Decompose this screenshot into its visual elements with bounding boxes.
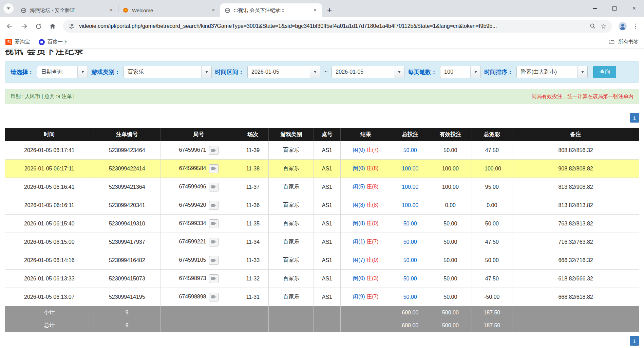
total-bet-link[interactable]: 50.00 bbox=[403, 276, 417, 281]
video-replay-button[interactable] bbox=[209, 256, 219, 265]
cell-total-bet: 50.00 bbox=[391, 288, 429, 306]
page-size-label: 每页笔数： bbox=[408, 68, 437, 76]
cell-payout: 0.00 bbox=[472, 196, 512, 215]
cell-game-type: 百家乐 bbox=[269, 178, 314, 196]
cell-time: 2026-01-05 06:15:40 bbox=[5, 215, 94, 233]
video-replay-icon bbox=[211, 203, 216, 207]
cell-valid-bet: 100.00 bbox=[429, 160, 472, 178]
tab-search-button[interactable] bbox=[3, 3, 14, 14]
sort-order-select[interactable]: 降幂(由大到小) bbox=[516, 66, 588, 78]
video-replay-button[interactable] bbox=[209, 238, 219, 246]
total-bet-link[interactable]: 100.00 bbox=[402, 166, 418, 171]
total-bet-link[interactable]: 50.00 bbox=[403, 257, 417, 263]
zoom-icon[interactable] bbox=[589, 23, 596, 30]
cell-game-type: 百家乐 bbox=[269, 141, 314, 160]
forward-button[interactable] bbox=[18, 20, 31, 33]
profile-avatar[interactable] bbox=[616, 20, 629, 33]
chevron-down-icon[interactable] bbox=[201, 66, 211, 78]
round-id-text: 674599420 bbox=[179, 202, 206, 208]
cell-note: 813.82/908.82 bbox=[512, 178, 639, 196]
date-to-input[interactable]: 2026-01-05 bbox=[332, 66, 404, 78]
reload-button[interactable] bbox=[32, 20, 45, 33]
address-bar[interactable]: videoie.com/ipl/portal.php/game/betrecor… bbox=[63, 20, 612, 33]
player-result: 闲(8) bbox=[353, 220, 365, 226]
new-tab-button[interactable]: + bbox=[324, 5, 335, 16]
tab-title: :::视讯 会员下注纪录::: bbox=[234, 7, 308, 14]
subtotal-valid-bet: 500.00 bbox=[429, 306, 472, 319]
filter-bar: 请选择： 日期查询 游戏类别： 百家乐 时间区间： 2026-01-05 ~ 2… bbox=[5, 61, 639, 83]
total-bet-link[interactable]: 100.00 bbox=[402, 202, 418, 208]
back-button[interactable] bbox=[3, 20, 16, 33]
page-number-button[interactable]: 1 bbox=[630, 113, 639, 123]
site-settings-icon[interactable] bbox=[69, 23, 75, 30]
total-bet-link[interactable]: 100.00 bbox=[402, 184, 418, 190]
cell-game-type: 百家乐 bbox=[269, 270, 314, 288]
total-bet-link[interactable]: 50.00 bbox=[403, 239, 417, 245]
chevron-down-icon[interactable] bbox=[310, 66, 320, 78]
home-button[interactable] bbox=[46, 20, 59, 33]
close-window-button[interactable]: × bbox=[624, 0, 644, 17]
cell-note: 908.82/808.82 bbox=[512, 160, 639, 178]
game-type-select[interactable]: 百家乐 bbox=[124, 66, 212, 78]
minimize-button[interactable] bbox=[585, 0, 605, 17]
bookmark-baidu[interactable]: 百度一下 bbox=[39, 39, 68, 45]
browser-toolbar: videoie.com/ipl/portal.php/game/betrecor… bbox=[0, 17, 644, 35]
search-button[interactable]: 查询 bbox=[593, 66, 616, 78]
back-icon bbox=[6, 22, 14, 30]
cell-note: 666.32/716.32 bbox=[512, 251, 639, 270]
cell-total-bet: 100.00 bbox=[391, 196, 429, 215]
cell-session: 11-32 bbox=[237, 270, 269, 288]
cell-bet-id: 523099420341 bbox=[94, 196, 160, 215]
close-tab-icon[interactable]: × bbox=[210, 7, 217, 14]
cell-note: 668.82/618.82 bbox=[512, 288, 639, 306]
cell-round-id: 674599496 bbox=[160, 178, 237, 196]
tab-welcome[interactable]: Welcome × bbox=[118, 3, 220, 17]
close-tab-icon[interactable]: × bbox=[312, 7, 319, 14]
video-replay-button[interactable] bbox=[209, 183, 219, 191]
subtotal-payout: 187.50 bbox=[472, 306, 512, 319]
close-tab-icon[interactable]: × bbox=[108, 7, 115, 14]
cell-total-bet: 50.00 bbox=[391, 233, 429, 251]
cell-result: 闲(0) 庄(3) bbox=[340, 270, 391, 288]
total-bet-link[interactable]: 50.00 bbox=[403, 221, 417, 226]
total-bet-link[interactable]: 50.00 bbox=[403, 147, 417, 153]
maximize-button[interactable] bbox=[605, 0, 624, 17]
home-icon bbox=[49, 22, 56, 30]
all-bookmarks-button[interactable]: 所有书签 bbox=[602, 38, 639, 46]
cell-bet-id: 523099419310 bbox=[94, 215, 160, 233]
cell-bet-id: 523099415073 bbox=[94, 270, 160, 288]
url-text[interactable]: videoie.com/ipl/portal.php/game/betrecor… bbox=[79, 23, 585, 29]
player-result: 闲(5) bbox=[353, 184, 365, 189]
video-replay-button[interactable] bbox=[209, 164, 219, 173]
cell-result: 闲(8) 庄(8) bbox=[340, 196, 391, 215]
bookmark-taobao[interactable]: 淘 爱淘宝 bbox=[5, 39, 30, 45]
date-from-input[interactable]: 2026-01-05 bbox=[247, 66, 320, 78]
total-bet-link[interactable]: 50.00 bbox=[403, 294, 417, 300]
chevron-down-icon[interactable] bbox=[394, 66, 404, 78]
page-size-select[interactable]: 100 bbox=[440, 66, 481, 78]
tab-bet-record-active[interactable]: :::视讯 会员下注纪录::: × bbox=[220, 3, 322, 17]
baidu-icon bbox=[39, 39, 45, 45]
cell-round-id: 674599584 bbox=[160, 160, 237, 178]
browser-menu-button[interactable]: ⋮ bbox=[630, 22, 641, 30]
video-replay-button[interactable] bbox=[209, 201, 219, 210]
video-replay-button[interactable] bbox=[209, 293, 219, 301]
chevron-down-icon[interactable] bbox=[577, 66, 587, 78]
bookmark-star-icon[interactable]: ☆ bbox=[600, 23, 607, 30]
query-type-select[interactable]: 日期查询 bbox=[37, 66, 88, 78]
video-replay-button[interactable] bbox=[209, 219, 219, 228]
cell-result: 闲(0) 庄(8) bbox=[340, 160, 391, 178]
tab-haiyan-forum[interactable]: 海燕论坛 - 安全验证 × bbox=[16, 3, 118, 17]
chevron-down-icon[interactable] bbox=[470, 66, 480, 78]
cell-note: 813.82/813.82 bbox=[512, 196, 639, 215]
chevron-down-icon[interactable] bbox=[77, 66, 88, 78]
player-result: 闲(0) bbox=[353, 165, 365, 171]
player-result: 闲(8) bbox=[353, 202, 365, 208]
page-title: 视讯 会员下注纪录 bbox=[5, 50, 639, 56]
maximize-icon bbox=[612, 6, 617, 11]
video-replay-button[interactable] bbox=[209, 274, 219, 283]
page-number-button[interactable]: 1 bbox=[630, 336, 639, 346]
cell-session: 11-38 bbox=[237, 160, 269, 178]
col-payout: 总派彩 bbox=[472, 128, 512, 141]
video-replay-button[interactable] bbox=[209, 146, 219, 155]
